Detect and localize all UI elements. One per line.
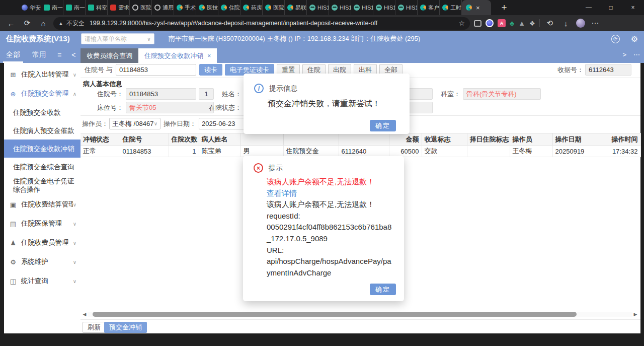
field-switch-icon[interactable]: 与	[106, 66, 113, 74]
view-details-link[interactable]: 查看详情	[267, 188, 397, 199]
browser-tab[interactable]: 通用	[152, 0, 174, 15]
sidebar-group[interactable]: ⊞住院入出转管理∨	[4, 65, 80, 84]
sidebar-group[interactable]: ♟住院收费员管理∨	[4, 233, 80, 252]
sidebar-item[interactable]: 住院预交金收款	[4, 103, 80, 121]
browser-tab[interactable]: 药房	[240, 0, 263, 15]
download-icon[interactable]: ↓	[560, 19, 572, 28]
browser-tab[interactable]: 工时	[440, 0, 462, 15]
scrollbar-thumb[interactable]	[93, 312, 577, 317]
column-header[interactable]: 冲销状态	[80, 133, 120, 146]
column-header[interactable]: 金额	[389, 133, 422, 146]
browser-tab[interactable]: HIS1	[307, 0, 329, 15]
logout-icon[interactable]: ⟳	[611, 35, 620, 43]
menu-filter-all[interactable]: 全部	[0, 46, 26, 63]
browser-tab[interactable]: 住院	[218, 0, 240, 15]
settings-gear-icon[interactable]: ⚙	[631, 34, 638, 44]
operator-select[interactable]: 王冬梅 /08467 ∨	[109, 118, 160, 129]
back-icon[interactable]: ←	[5, 19, 17, 28]
sidebar-item[interactable]: 住院预交金电子凭证综合操作	[4, 176, 80, 195]
browser-tab[interactable]: 华安	[19, 0, 41, 15]
column-header[interactable]	[283, 133, 339, 146]
column-header[interactable]: 住院次数	[169, 133, 199, 146]
translate-icon[interactable]: A	[498, 19, 506, 27]
inpatient-no-field[interactable]	[126, 88, 196, 100]
browser-tab[interactable]: HIS1	[351, 0, 373, 15]
reload-icon[interactable]: ⟳	[21, 19, 33, 28]
query-field-label: 住院号	[85, 66, 104, 74]
collapse-menu-icon[interactable]: ≡	[52, 46, 66, 63]
scroll-left-icon[interactable]: ◀	[82, 312, 88, 317]
sidebar-group[interactable]: ⚙系统维护∨	[4, 252, 80, 271]
sidebar-group[interactable]: ▤住院医保管理∨	[4, 214, 80, 233]
scroll-right-icon[interactable]: ▶	[632, 312, 638, 317]
browser-tab[interactable]: 南一	[41, 0, 63, 15]
tabs-scroll-right-icon[interactable]: >	[622, 51, 626, 58]
browser-tab[interactable]: HIS1	[395, 0, 418, 15]
browser-tab[interactable]: 手术	[174, 0, 196, 15]
workspace-tab[interactable]: 收费员综合查询	[80, 48, 138, 63]
menu-search-input[interactable]	[85, 35, 147, 42]
inpatient-no-search-input[interactable]	[116, 64, 196, 76]
menu-search-select[interactable]: ∨	[81, 33, 154, 44]
tab-close-icon[interactable]: ×	[476, 5, 480, 11]
url-text[interactable]: 199.9.129.29:8000/his-zysf-new/app/#/adc…	[90, 20, 456, 27]
tabs-more-icon[interactable]: ⋯	[633, 51, 640, 58]
browser-tab[interactable]: HIS1	[329, 0, 351, 15]
mountain-extension-icon[interactable]: ▲	[518, 19, 525, 27]
column-header[interactable]: 住院号	[120, 133, 169, 146]
sidebar-item[interactable]: 住院预交金收款冲销	[4, 140, 80, 158]
tab-close-icon[interactable]: ×	[207, 52, 211, 59]
extensions-icon[interactable]: ❖	[529, 20, 535, 27]
browser-tab[interactable]: 易联	[285, 0, 307, 15]
close-window-button[interactable]: ×	[622, 0, 644, 15]
history-icon[interactable]: ⟲	[544, 19, 556, 28]
browser-tab[interactable]: HIS1	[373, 0, 395, 15]
tabs-scroll-left-icon[interactable]: <	[66, 46, 80, 63]
table-row[interactable]: 正常011848531陈宝弟男住院预交金611264060500交款王冬梅202…	[80, 146, 640, 157]
security-warning-label[interactable]: 不安全	[66, 19, 85, 28]
column-header[interactable]: 操作时间	[603, 133, 640, 146]
browser-logo-icon[interactable]	[486, 19, 494, 27]
minimize-button[interactable]: —	[578, 0, 600, 15]
browser-tab-active[interactable]: ×	[462, 0, 491, 15]
home-icon[interactable]: ⌂	[37, 19, 49, 28]
column-header[interactable]: 收退标志	[422, 133, 467, 146]
column-header[interactable]	[339, 133, 389, 146]
maximize-button[interactable]: □	[600, 0, 622, 15]
sidebar-item[interactable]: 住院预交金综合查询	[4, 158, 80, 176]
sidebar-group[interactable]: ⊛住院预交金管理∧	[4, 84, 80, 103]
column-header[interactable]	[240, 133, 283, 146]
column-header[interactable]: 病人姓名	[199, 133, 240, 146]
sidebar-toggle-icon[interactable]	[474, 20, 481, 27]
table-cell: 20250919	[552, 146, 603, 157]
browser-tab[interactable]: 科室	[86, 0, 108, 15]
refresh-button[interactable]: 刷新	[83, 322, 106, 333]
sidebar-item[interactable]: 住院病人预交金催款	[4, 121, 80, 140]
browser-tab[interactable]: 医技	[196, 0, 218, 15]
dept-field[interactable]	[463, 88, 541, 100]
browser-tab[interactable]: 医院	[130, 0, 152, 15]
address-bar[interactable]: ▲ 不安全 199.9.129.29:8000/his-zysf-new/app…	[53, 17, 470, 30]
profile-avatar[interactable]	[576, 19, 585, 28]
column-header[interactable]: 操作日期	[552, 133, 603, 146]
column-header[interactable]: 择日住院标志	[467, 133, 510, 146]
scrollbar-track[interactable]	[88, 312, 632, 317]
new-tab-button[interactable]: +	[498, 2, 510, 13]
browser-tab[interactable]: 需求	[108, 0, 130, 15]
error-dialog-ok-button[interactable]: 确定	[370, 284, 396, 295]
column-header[interactable]: 操作员	[510, 133, 552, 146]
receipt-no-input[interactable]	[585, 64, 631, 76]
browser-tab[interactable]: 客户	[418, 0, 440, 15]
menu-filter-common[interactable]: 常用	[26, 46, 52, 63]
sidebar-group[interactable]: ◫统计查询∨	[4, 271, 80, 291]
palm-extension-icon[interactable]: ♣	[510, 19, 514, 27]
bookmark-star-icon[interactable]: ☆	[458, 19, 465, 27]
browser-menu-icon[interactable]: ⋯	[589, 19, 601, 28]
workspace-tab[interactable]: 住院预交金收款冲销×	[138, 48, 217, 63]
browser-tab[interactable]: 医院	[263, 0, 285, 15]
sidebar-group[interactable]: ▣住院收费结算管理∨	[4, 195, 80, 214]
info-dialog-ok-button[interactable]: 确定	[370, 120, 396, 131]
deposit-writeoff-button[interactable]: 预交金冲销	[104, 322, 147, 333]
query-button[interactable]: 读卡	[199, 64, 222, 76]
browser-tab[interactable]: 南一	[63, 0, 86, 15]
